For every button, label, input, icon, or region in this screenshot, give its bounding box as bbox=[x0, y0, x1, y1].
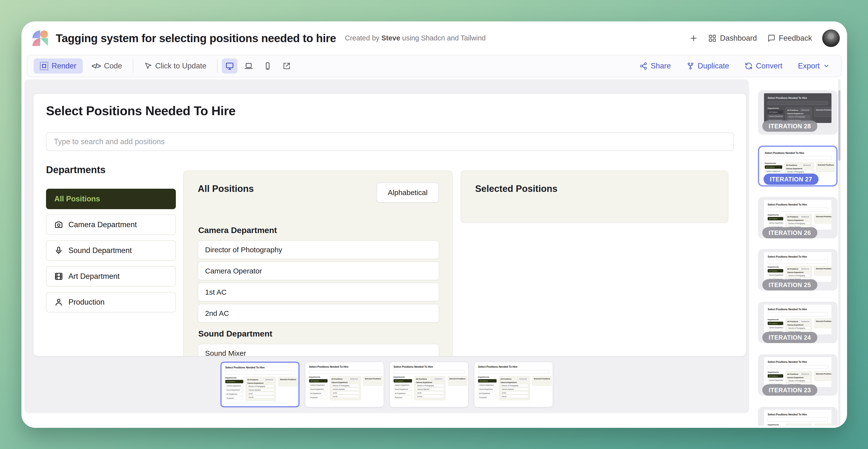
iterations-sidebar: Select Positions Needed To HireDepartmen… bbox=[754, 79, 847, 426]
fork-icon bbox=[687, 62, 694, 70]
mini-selected-panel: Selected Positions bbox=[814, 266, 832, 276]
mini-app-title: Select Positions Needed To Hire bbox=[768, 255, 828, 258]
monitor-icon bbox=[225, 62, 234, 70]
mini-departments: DepartmentsAll PositionsCamera Departmen… bbox=[394, 376, 412, 400]
iteration-thumbnail-image: Select Positions Needed To HireDepartmen… bbox=[764, 304, 832, 334]
open-in-new-window-button[interactable] bbox=[279, 58, 294, 73]
toolbar-divider bbox=[133, 59, 133, 73]
mini-departments: DepartmentsAll PositionsCamera Departmen… bbox=[768, 424, 783, 426]
position-row[interactable]: 1st AC bbox=[198, 283, 439, 301]
iteration-card-27[interactable]: Select Positions Needed To HireDepartmen… bbox=[758, 146, 838, 187]
iteration-card-28[interactable]: Select Positions Needed To HireDepartmen… bbox=[758, 90, 838, 135]
share-button[interactable]: Share bbox=[634, 58, 676, 73]
render-icon bbox=[40, 62, 48, 70]
sidebar-scrollbar-thumb[interactable] bbox=[838, 90, 840, 161]
version-thumbnail-4[interactable]: Select Positions Needed To HireDepartmen… bbox=[474, 361, 553, 407]
preview-canvas: Select Positions Needed To Hire Departme… bbox=[24, 79, 749, 413]
iteration-card-23[interactable]: Select Positions Needed To HireDepartmen… bbox=[758, 354, 838, 396]
click-to-update-button[interactable]: Click to Update bbox=[137, 58, 213, 73]
mini-search-input bbox=[478, 370, 549, 374]
convert-icon bbox=[745, 62, 752, 70]
camera-icon bbox=[54, 220, 63, 229]
iteration-badge: ITERATION 27 bbox=[764, 173, 818, 185]
all-positions-panel: All Positions Alphabetical Camera Depart… bbox=[183, 170, 453, 356]
version-thumbnail-3[interactable]: Select Positions Needed To HireDepartmen… bbox=[390, 361, 469, 407]
created-by-prefix: Created by bbox=[345, 34, 379, 42]
code-icon: </> bbox=[92, 62, 101, 70]
department-button-production[interactable]: Production bbox=[46, 292, 176, 312]
department-button-all-positions[interactable]: All Positions bbox=[46, 189, 176, 209]
position-groups: Camera DepartmentDirector of Photography… bbox=[198, 219, 439, 356]
mini-app-preview: Select Positions Needed To HireDepartmen… bbox=[764, 93, 832, 123]
convert-button[interactable]: Convert bbox=[739, 58, 788, 73]
department-label: Art Department bbox=[68, 272, 120, 281]
code-tab[interactable]: </> Code bbox=[85, 58, 128, 73]
mini-all-positions-panel: All PositionsAlphabeticalCamera Departme… bbox=[246, 377, 276, 401]
dashboard-button[interactable]: Dashboard bbox=[708, 34, 757, 43]
person-icon bbox=[54, 298, 63, 307]
mini-search-input bbox=[768, 312, 828, 316]
iteration-badge: ITERATION 23 bbox=[762, 384, 817, 396]
mini-app-title: Select Positions Needed To Hire bbox=[768, 413, 828, 416]
user-avatar[interactable] bbox=[822, 29, 840, 47]
external-link-icon bbox=[282, 62, 291, 70]
render-tab[interactable]: Render bbox=[34, 58, 83, 73]
iteration-thumbnail-image: Select Positions Needed To HireDepartmen… bbox=[764, 357, 832, 387]
mini-all-positions-panel: All PositionsAlphabeticalCamera Departme… bbox=[499, 376, 530, 400]
click-to-update-label: Click to Update bbox=[155, 62, 206, 70]
mini-search-input bbox=[765, 156, 832, 160]
mini-selected-panel: Selected Positions bbox=[816, 162, 836, 172]
iteration-card-partial[interactable]: Select Positions Needed To HireDepartmen… bbox=[758, 407, 838, 426]
mini-search-input bbox=[768, 418, 828, 421]
department-label: Sound Department bbox=[68, 246, 132, 255]
position-group-title: Camera Department bbox=[198, 225, 439, 235]
iteration-card-26[interactable]: Select Positions Needed To HireDepartmen… bbox=[758, 197, 838, 238]
version-thumbnail-2[interactable]: Select Positions Needed To HireDepartmen… bbox=[305, 361, 384, 407]
iteration-badge: ITERATION 24 bbox=[762, 332, 817, 343]
mini-selected-panel: Selected Positions bbox=[814, 319, 832, 328]
desktop-view-button[interactable] bbox=[222, 58, 238, 73]
app-logo-icon[interactable] bbox=[32, 30, 48, 46]
position-row[interactable]: Sound Mixer bbox=[198, 344, 439, 356]
iteration-card-25[interactable]: Select Positions Needed To HireDepartmen… bbox=[758, 249, 838, 290]
logo-quadrant bbox=[40, 30, 48, 38]
export-button[interactable]: Export bbox=[793, 58, 835, 73]
microphone-icon bbox=[54, 246, 63, 255]
mini-app-preview: Select Positions Needed To HireDepartmen… bbox=[305, 362, 383, 407]
position-row[interactable]: Camera Operator bbox=[198, 261, 439, 280]
selected-positions-panel: Selected Positions bbox=[461, 170, 728, 223]
feedback-button[interactable]: Feedback bbox=[767, 34, 812, 43]
version-thumbnail-1[interactable]: Select Positions Needed To HireDepartmen… bbox=[220, 361, 300, 407]
smartphone-icon bbox=[263, 62, 272, 70]
laptop-view-button[interactable] bbox=[241, 58, 256, 73]
alphabetical-sort-button[interactable]: Alphabetical bbox=[376, 183, 439, 202]
mini-search-input bbox=[768, 208, 828, 212]
person-icon bbox=[54, 298, 63, 307]
iteration-badge: ITERATION 28 bbox=[762, 121, 817, 132]
mini-departments: DepartmentsAll PositionsCamera Departmen… bbox=[225, 377, 243, 401]
film-icon bbox=[54, 272, 63, 281]
iteration-card-24[interactable]: Select Positions Needed To HireDepartmen… bbox=[758, 302, 838, 343]
chevron-down-icon bbox=[823, 63, 830, 69]
position-row[interactable]: 2nd AC bbox=[198, 304, 439, 323]
film-icon bbox=[54, 272, 63, 281]
microphone-icon bbox=[54, 246, 63, 255]
search-positions-input[interactable] bbox=[46, 132, 734, 151]
mini-search-input bbox=[768, 101, 828, 105]
mini-app-title: Select Positions Needed To Hire bbox=[309, 365, 380, 368]
department-button-camera-department[interactable]: Camera Department bbox=[46, 215, 176, 235]
department-button-sound-department[interactable]: Sound Department bbox=[46, 240, 176, 261]
mini-app-preview: Select Positions Needed To HireDepartmen… bbox=[222, 363, 298, 406]
department-button-art-department[interactable]: Art Department bbox=[46, 266, 176, 287]
mini-search-input bbox=[768, 260, 828, 264]
share-label: Share bbox=[651, 62, 671, 70]
mini-selected-panel: Selected Positions bbox=[814, 107, 832, 117]
mini-search-input bbox=[394, 370, 464, 374]
laptop-icon bbox=[244, 62, 253, 70]
cursor-icon bbox=[144, 62, 152, 70]
duplicate-button[interactable]: Duplicate bbox=[681, 58, 735, 73]
mobile-view-button[interactable] bbox=[260, 58, 275, 73]
position-row[interactable]: Director of Photography bbox=[198, 240, 439, 259]
new-project-button[interactable] bbox=[689, 34, 698, 43]
mini-app-title: Select Positions Needed To Hire bbox=[225, 366, 295, 369]
